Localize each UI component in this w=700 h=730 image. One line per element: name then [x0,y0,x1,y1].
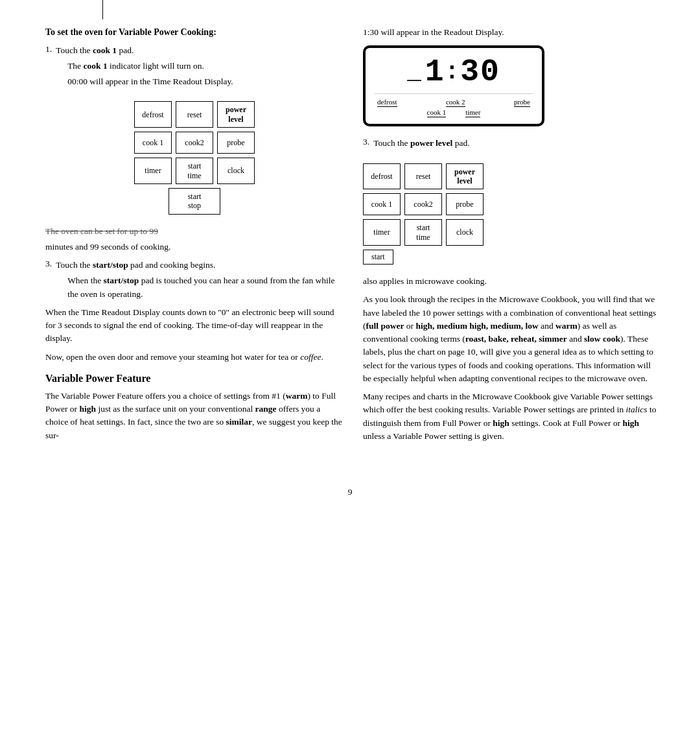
right-display-text: 1:30 will appear in the Readout Display. [363,26,661,39]
page-content: To set the oven for Variable Power Cooki… [0,0,700,474]
step-3: 3. Touch the start/stop pad and cooking … [45,259,344,303]
keypad-row-3: timer starttime clock [134,158,255,184]
right-also-applies: also applies in microwave cooking. [363,275,661,288]
step-1-main: Touch the cook 1 pad. [56,44,233,57]
step-1: 1. Touch the cook 1 pad. The cook 1 indi… [45,44,344,91]
left-para2: Now, open the oven door and remove your … [45,351,344,364]
key2-reset[interactable]: reset [404,163,442,190]
keypad-row-1: defrost reset powerlevel [134,101,255,128]
left-para1: When the Time Readout Display counts dow… [45,306,344,346]
step-3-main: Touch the start/stop pad and cooking beg… [56,259,344,272]
key-reset-1[interactable]: reset [176,101,213,128]
variable-para1: The Variable Power Feature offers you a … [45,390,344,442]
page-number: 9 [0,487,700,497]
step-1-num: 1. [45,44,52,91]
display-time: 1:30 [425,54,500,89]
right-step-3-num: 3. [363,137,369,152]
right-column: 1:30 will appear in the Readout Display.… [363,26,661,448]
keypad2-row-3: timer starttime clock [363,219,484,246]
keypad-diagram-1: defrost reset powerlevel cook 1 cook2 pr… [117,101,272,214]
display-label-defrost: defrost [377,98,397,107]
key2-probe[interactable]: probe [446,193,484,215]
step-3-num: 3. [45,259,52,303]
keypad2-row-2: cook 1 cook2 probe [363,193,484,215]
display-labels-bottom: cook 1 timer [375,108,533,117]
key-defrost-1[interactable]: defrost [134,101,172,128]
left-heading: To set the oven for Variable Power Cooki… [45,26,344,39]
page-rule [102,0,103,19]
keypad-row-4: startstop [169,188,220,215]
key-probe-1[interactable]: probe [217,132,255,154]
key2-clock[interactable]: clock [446,219,484,246]
step-3-content: Touch the start/stop pad and cooking beg… [56,259,344,303]
key-power-level-1[interactable]: powerlevel [217,101,255,128]
right-step-3-text: Touch the power level pad. [373,137,469,150]
left-column: To set the oven for Variable Power Cooki… [45,26,344,448]
key2-timer[interactable]: timer [363,219,401,246]
key-cook2-1[interactable]: cook2 [176,132,213,154]
right-step-3-content: Touch the power level pad. [373,137,469,152]
step2-minutes-text: minutes and 99 seconds of cooking. [45,241,344,253]
display-screen: _ 1:30 [375,54,533,94]
key2-cook1[interactable]: cook 1 [363,193,401,215]
key2-power-level[interactable]: powerlevel [446,163,484,190]
key-timer-1[interactable]: timer [134,158,172,184]
step-1-sub2: 00:00 will appear in the Time Readout Di… [67,75,233,88]
variable-power-heading: Variable Power Feature [45,373,344,384]
key2-start[interactable]: start [363,250,393,265]
key-cook1-1[interactable]: cook 1 [134,132,172,154]
display-label-cook1: cook 1 [427,108,447,117]
strikethrough-text: The oven can be set for up to 99 [45,225,344,238]
keypad2-row-4: start [363,250,393,265]
step-1-content: Touch the cook 1 pad. The cook 1 indicat… [56,44,233,91]
step-3-sub1: When the start/stop pad is touched you c… [67,274,344,301]
step-1-sub1: The cook 1 indicator light will turn on. [67,60,233,73]
display-underscore: _ [407,59,424,86]
right-step-3: 3. Touch the power level pad. [363,137,661,152]
key2-start-time[interactable]: starttime [404,219,442,246]
key-start-time-1[interactable]: starttime [176,158,213,184]
key2-defrost[interactable]: defrost [363,163,401,190]
key2-cook2[interactable]: cook2 [404,193,442,215]
key-clock-1[interactable]: clock [217,158,255,184]
display-label-cook2: cook 2 [446,98,465,107]
display-label-probe: probe [514,98,530,107]
display-labels-top: defrost cook 2 probe [375,98,533,107]
right-para2: Many recipes and charts in the Microwave… [363,390,661,443]
display-panel: _ 1:30 defrost cook 2 probe cook 1 timer [363,45,544,126]
keypad2-row-1: defrost reset powerlevel [363,163,484,190]
keypad-diagram-2: defrost reset powerlevel cook 1 cook2 pr… [363,163,519,265]
key-start-stop-1[interactable]: startstop [169,188,220,215]
keypad-row-2: cook 1 cook2 probe [134,132,255,154]
display-label-timer: timer [465,108,480,117]
right-para1: As you look through the recipes in the M… [363,293,661,385]
